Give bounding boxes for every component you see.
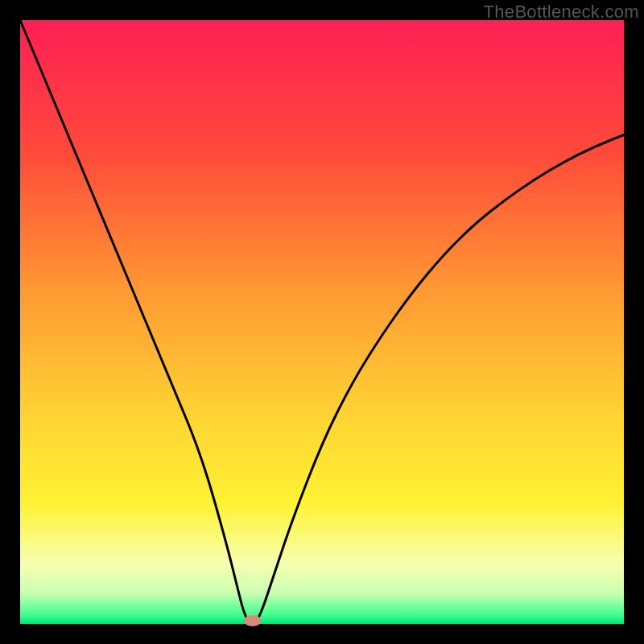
watermark: TheBottleneck.com xyxy=(484,2,639,23)
optimal-point xyxy=(244,615,262,626)
bottleneck-chart xyxy=(0,0,644,644)
plot-background xyxy=(20,20,624,624)
chart-svg xyxy=(0,0,644,644)
